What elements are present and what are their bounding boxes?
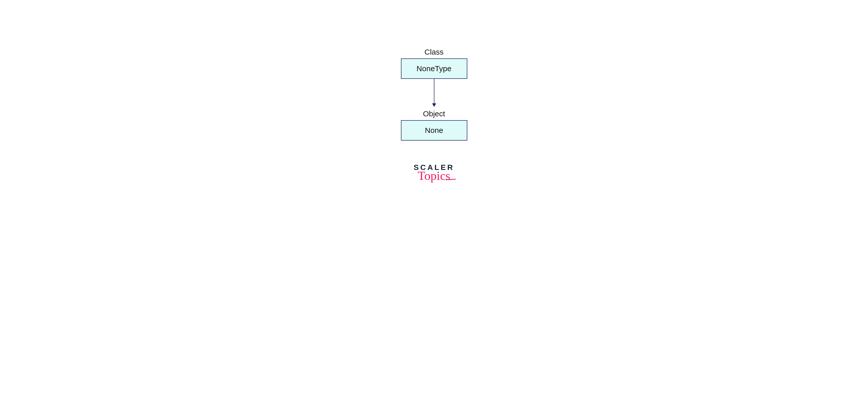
arrow-down-icon	[434, 79, 434, 107]
arrow-shaft	[434, 79, 434, 103]
logo-line2: Topics	[418, 170, 450, 182]
nonetype-diagram: Class NoneType Object None	[401, 48, 467, 140]
object-box: None	[401, 120, 467, 140]
class-label: Class	[425, 48, 443, 56]
arrow-head-icon	[432, 103, 436, 107]
canvas: Class NoneType Object None SCALER Topics	[0, 0, 868, 410]
class-box: NoneType	[401, 58, 467, 79]
scaler-topics-logo: SCALER Topics	[414, 163, 454, 182]
object-label: Object	[423, 109, 445, 118]
